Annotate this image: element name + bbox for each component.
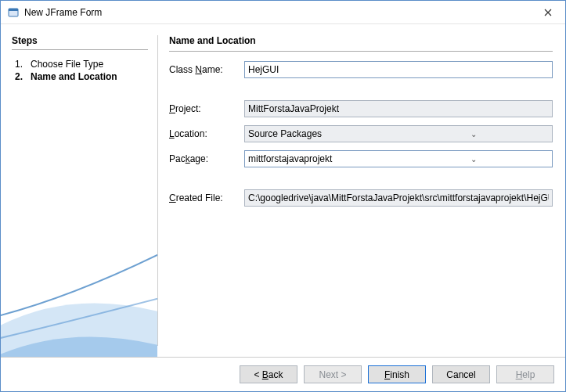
back-button[interactable]: < Back [240,365,297,383]
step-number: 2. [12,71,23,82]
step-label: Choose File Type [31,59,103,70]
location-label: Location: [169,128,238,139]
wizard-dialog: New JFrame Form Steps 1. Choose File Typ… [0,0,566,392]
project-label: Project: [169,103,238,114]
steps-panel: Steps 1. Choose File Type 2. Name and Lo… [1,24,157,357]
created-file-label: Created File: [169,192,238,203]
chevron-down-icon: ⌄ [398,130,549,138]
form-grid: Class Name: Project: Location: Source Pa… [169,61,553,207]
window-title: New JFrame Form [24,7,530,18]
finish-button[interactable]: Finish [368,365,426,383]
button-bar: < Back Next > Finish Cancel Help [1,357,565,391]
package-value: mittforstajavaprojekt [248,153,398,164]
step-item: 1. Choose File Type [12,58,148,70]
form-spacer [169,175,553,182]
package-label: Package: [169,153,238,164]
titlebar: New JFrame Form [1,1,565,24]
location-combo[interactable]: Source Packages ⌄ [244,125,553,142]
step-item-current: 2. Name and Location [12,70,148,83]
divider [12,49,148,50]
class-name-label: Class Name: [169,64,238,75]
svg-rect-1 [9,9,18,11]
form-panel: Name and Location Class Name: Project: L… [158,24,565,357]
created-file-field [244,189,553,207]
steps-heading: Steps [12,35,148,46]
step-label: Name and Location [31,71,117,82]
decorative-swoosh [1,216,157,357]
app-icon [7,6,20,19]
form-spacer [169,86,553,92]
next-button: Next > [304,365,362,383]
location-value: Source Packages [248,128,398,139]
dialog-body: Steps 1. Choose File Type 2. Name and Lo… [1,24,565,357]
chevron-down-icon: ⌄ [398,155,549,164]
spacer [169,207,553,351]
cancel-button[interactable]: Cancel [432,365,490,383]
package-combo[interactable]: mittforstajavaprojekt ⌄ [244,150,553,167]
close-button[interactable] [530,1,565,24]
divider [169,51,553,52]
close-icon [544,9,552,16]
project-field [244,100,553,117]
form-heading: Name and Location [169,35,553,46]
class-name-input[interactable] [244,61,553,78]
steps-list: 1. Choose File Type 2. Name and Location [12,58,148,83]
step-number: 1. [12,59,23,70]
help-button: Help [496,365,554,383]
